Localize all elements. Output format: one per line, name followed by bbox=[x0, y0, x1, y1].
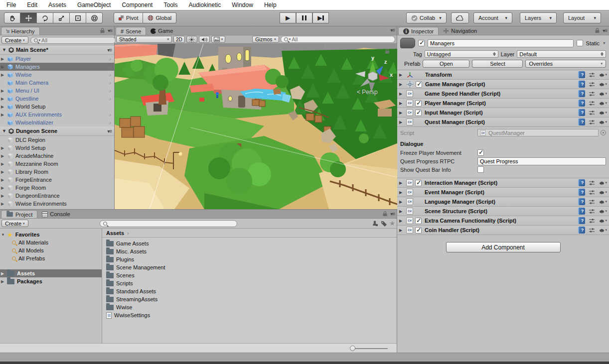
expand-arrow-icon[interactable]: ▶ bbox=[1, 57, 6, 61]
gear-icon[interactable]: ▾ bbox=[599, 189, 607, 196]
panel-menu-icon[interactable]: ▾≡ bbox=[390, 211, 395, 217]
active-checkbox[interactable] bbox=[418, 40, 425, 46]
help-icon[interactable]: ? bbox=[578, 71, 585, 78]
component-header[interactable]: ▶ Transform ? bbox=[397, 70, 609, 80]
component-enabled-checkbox[interactable] bbox=[415, 180, 422, 186]
component-enabled-checkbox[interactable] bbox=[415, 227, 422, 234]
hierarchy-item[interactable]: ▶ Wwise Environments bbox=[0, 200, 114, 208]
layers-dropdown[interactable]: Layers▾ bbox=[520, 12, 557, 23]
project-list-item[interactable]: Scenes bbox=[102, 271, 397, 279]
component-header[interactable]: ▶ Extra Camera Functionality (Script) ? … bbox=[397, 216, 609, 226]
foldout-arrow-icon[interactable]: ▶ bbox=[1, 279, 4, 284]
expand-arrow-icon[interactable]: ▶ bbox=[1, 202, 6, 206]
hand-tool-button[interactable] bbox=[4, 12, 20, 23]
scene-menu-icon[interactable]: ▾≡ bbox=[107, 128, 112, 134]
object-picker-icon[interactable] bbox=[601, 130, 606, 135]
expand-arrow-icon[interactable]: ▶ bbox=[1, 89, 6, 93]
expand-arrow-icon[interactable]: ▶ bbox=[1, 146, 6, 150]
hierarchy-item[interactable]: ▶ WwiseInitializer › bbox=[0, 119, 114, 126]
lighting-toggle-button[interactable] bbox=[186, 36, 197, 43]
hierarchy-item[interactable]: ▶ World Setup bbox=[0, 144, 114, 152]
expand-arrow-icon[interactable]: ▶ bbox=[1, 65, 6, 69]
static-checkbox[interactable] bbox=[577, 40, 583, 46]
component-header[interactable]: ▶ Event Manager (Script) ? ▾ bbox=[397, 188, 609, 197]
hierarchy-item[interactable]: ▶ Library Room bbox=[0, 168, 114, 176]
foldout-arrow-icon[interactable]: ▼ bbox=[1, 233, 5, 237]
project-create-button[interactable]: Create▾ bbox=[1, 220, 28, 227]
expand-arrow-icon[interactable]: ▶ bbox=[399, 190, 404, 195]
component-header[interactable]: ▶ Quest Manager (Script) ? ▾ bbox=[397, 118, 609, 127]
tree-item-assets[interactable]: ▶ Assets bbox=[0, 269, 102, 277]
menu-item[interactable]: GameObject bbox=[72, 0, 116, 10]
gear-icon[interactable]: ▾ bbox=[599, 81, 607, 88]
expand-arrow-icon[interactable]: ▶ bbox=[399, 200, 404, 204]
perspective-label[interactable]: < Persp bbox=[357, 89, 378, 96]
prefab-chevron-icon[interactable]: › bbox=[109, 64, 111, 70]
project-list-item[interactable]: Game Assets bbox=[102, 240, 397, 247]
gear-icon[interactable]: ▾ bbox=[599, 72, 607, 78]
gear-icon[interactable]: ▾ bbox=[599, 100, 607, 107]
component-header[interactable]: ▶ Coin Handler (Script) ? ▾ bbox=[397, 226, 609, 235]
rotate-tool-button[interactable] bbox=[37, 12, 53, 23]
account-dropdown[interactable]: Account▾ bbox=[473, 12, 512, 23]
expand-arrow-icon[interactable]: ▶ bbox=[399, 92, 404, 96]
component-header[interactable]: ▶ Game Manager (Script) ? bbox=[397, 80, 609, 89]
menu-item[interactable]: Window bbox=[226, 0, 259, 10]
prefab-overrides-dropdown[interactable]: Overrides▾ bbox=[525, 60, 606, 68]
hierarchy-search[interactable]: ▾ bbox=[30, 37, 116, 44]
thumbnail-size-slider[interactable] bbox=[352, 348, 388, 349]
gear-icon[interactable]: ▾ bbox=[599, 91, 607, 97]
slider-knob[interactable] bbox=[350, 346, 355, 351]
project-list-item[interactable]: WwiseSettings bbox=[102, 311, 397, 319]
project-search[interactable] bbox=[100, 220, 237, 227]
help-icon[interactable]: ? bbox=[578, 208, 585, 215]
expand-arrow-icon[interactable]: ▶ bbox=[399, 209, 404, 214]
hierarchy-item[interactable]: ▶ Main Camera › bbox=[0, 79, 114, 87]
menu-item[interactable]: Component bbox=[116, 0, 158, 10]
presets-icon[interactable] bbox=[589, 119, 595, 125]
help-icon[interactable]: ? bbox=[578, 109, 585, 116]
lock-icon[interactable] bbox=[595, 27, 600, 33]
component-header[interactable]: ▶ Input Manager (Script) ? ▾ bbox=[397, 108, 609, 118]
presets-icon[interactable] bbox=[589, 208, 595, 215]
rect-tool-button[interactable] bbox=[70, 12, 86, 23]
help-icon[interactable]: ? bbox=[578, 217, 585, 224]
script-object-field[interactable]: QuestManager bbox=[477, 129, 599, 136]
component-header[interactable]: ▶ Language Manager (Script) ? ▾ bbox=[397, 197, 609, 207]
breadcrumb-label[interactable]: Assets bbox=[106, 230, 124, 236]
gameobject-name-field[interactable] bbox=[428, 39, 574, 47]
prefab-chevron-icon[interactable]: › bbox=[109, 80, 111, 86]
hierarchy-item[interactable]: ▶ DLC Region bbox=[0, 136, 114, 144]
hierarchy-item[interactable]: ▶ ForgeEntrance bbox=[0, 176, 114, 184]
expand-arrow-icon[interactable]: ▶ bbox=[1, 154, 6, 158]
presets-icon[interactable] bbox=[589, 110, 595, 116]
foldout-arrow-icon[interactable]: ▼ bbox=[2, 47, 6, 52]
expand-arrow-icon[interactable]: ▶ bbox=[399, 181, 404, 185]
cloud-button[interactable] bbox=[451, 12, 469, 23]
expand-arrow-icon[interactable]: ▶ bbox=[1, 73, 6, 77]
search-by-label-icon[interactable] bbox=[381, 221, 387, 227]
presets-icon[interactable] bbox=[589, 180, 595, 186]
hierarchy-item[interactable]: ▶ Wwise › bbox=[0, 71, 114, 79]
hierarchy-item[interactable]: ▶ Mezzanine Room bbox=[0, 160, 114, 168]
presets-icon[interactable] bbox=[589, 91, 595, 97]
component-enabled-checkbox[interactable] bbox=[415, 100, 422, 107]
panel-menu-icon[interactable]: ▾≡ bbox=[390, 27, 395, 33]
global-toggle-button[interactable]: Global bbox=[143, 12, 176, 23]
tag-dropdown[interactable]: Untagged bbox=[425, 50, 498, 58]
scene-menu-icon[interactable]: ▾≡ bbox=[107, 47, 112, 53]
effects-dropdown[interactable]: ▾ bbox=[211, 36, 226, 43]
project-list-item[interactable]: Scripts bbox=[102, 279, 397, 287]
expand-arrow-icon[interactable]: ▶ bbox=[399, 228, 404, 233]
component-enabled-checkbox[interactable] bbox=[416, 81, 422, 88]
help-icon[interactable]: ? bbox=[578, 189, 585, 196]
scene-header-main[interactable]: ▼ Main Scene* ▾≡ bbox=[0, 45, 114, 55]
menu-item[interactable]: Edit bbox=[21, 0, 43, 10]
component-header[interactable]: ▶ Game Speed Handler (Script) ? ▾ bbox=[397, 89, 609, 99]
project-list-item[interactable]: Standard Assets bbox=[102, 287, 397, 295]
hierarchy-item[interactable]: ▶ World Setup › bbox=[0, 103, 114, 111]
help-icon[interactable]: ? bbox=[578, 198, 585, 205]
presets-icon[interactable] bbox=[589, 81, 595, 88]
gear-icon[interactable]: ▾ bbox=[599, 218, 607, 224]
tab-project[interactable]: Project bbox=[1, 210, 37, 218]
